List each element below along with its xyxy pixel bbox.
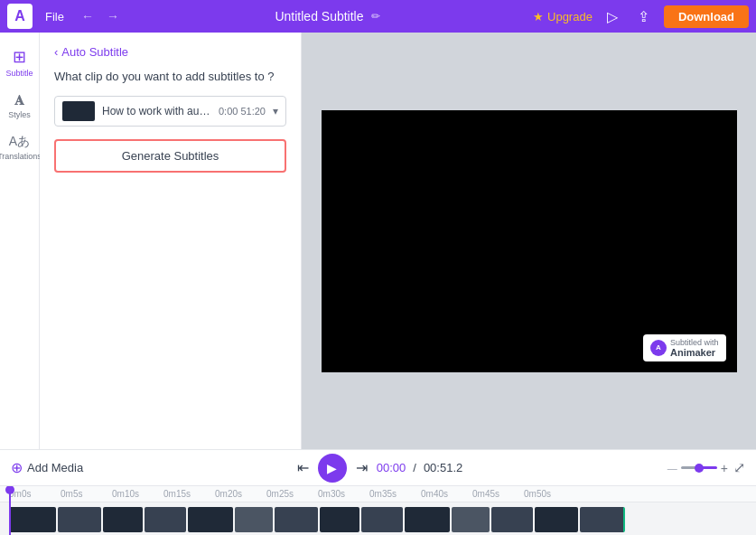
sidebar-item-subtitle[interactable]: ⊞ Subtitle — [2, 42, 38, 83]
watermark-brand-text: Animaker — [670, 347, 719, 358]
undo-redo-group: ← → — [77, 7, 124, 25]
back-chevron-icon: ‹ — [54, 45, 58, 59]
sidebar-item-styles[interactable]: 𝐀 Styles — [2, 87, 38, 125]
timeline-clip-13 — [535, 507, 578, 532]
project-title: Untitled Subtitle — [275, 9, 363, 23]
clip-thumbnail — [62, 101, 95, 121]
star-icon: ★ — [533, 10, 544, 23]
subtitle-icon: ⊞ — [13, 47, 26, 67]
timeline-clip-12 — [491, 507, 533, 532]
timeline-clip-3 — [103, 507, 143, 532]
timeline-clip-2 — [58, 507, 101, 532]
generate-subtitles-button[interactable]: Generate Subtitles — [54, 139, 286, 173]
watermark: A Subtitled with Animaker — [643, 334, 726, 361]
playback-controls: ⇤ ▶ ⇥ 00:00 / 00:51.2 — [98, 454, 660, 483]
video-preview: A Subtitled with Animaker — [322, 110, 737, 372]
zoom-in-button[interactable]: + — [721, 461, 728, 475]
timeline-clip-7 — [275, 507, 318, 532]
clip-chevron-icon: ▾ — [273, 105, 278, 117]
timeline-clip-11 — [452, 507, 490, 532]
file-menu[interactable]: File — [40, 10, 70, 23]
share-button[interactable]: ⇪ — [632, 6, 655, 27]
current-time: 00:00 — [377, 461, 406, 474]
clip-duration: 0:00 51:20 — [219, 106, 266, 117]
sidebar-icons: ⊞ Subtitle 𝐀 Styles Aあ Translations — [0, 33, 40, 449]
marker-0m45s: 0m45s — [472, 489, 499, 499]
marker-0m25s: 0m25s — [266, 489, 294, 499]
timeline-area: 0m0s 0m5s 0m10s 0m15s 0m20s 0m25s 0m30s … — [0, 486, 756, 535]
download-button[interactable]: Download — [664, 5, 749, 28]
panel-question: What clip do you want to add subtitles t… — [54, 70, 286, 83]
marker-0m35s: 0m35s — [369, 489, 397, 499]
timeline-clip-8 — [320, 507, 359, 532]
bottom-controls: ⊕ Add Media ⇤ ▶ ⇥ 00:00 / 00:51.2 — + ⤢ … — [0, 449, 756, 535]
translations-icon: Aあ — [9, 134, 30, 150]
back-to-auto-subtitle[interactable]: ‹ Auto Subtitle — [54, 45, 286, 59]
zoom-controls: — + — [667, 461, 728, 475]
timeline-clip-14 — [580, 507, 625, 532]
marker-0m30s: 0m30s — [318, 489, 345, 499]
timeline-clip-10 — [405, 507, 450, 532]
marker-0m10s: 0m10s — [112, 489, 139, 499]
watermark-logo: A — [650, 340, 667, 356]
timeline-clip-4 — [145, 507, 186, 532]
app-logo: A — [7, 4, 33, 29]
timeline-needle[interactable] — [9, 486, 11, 535]
timeline-clip-9 — [361, 507, 403, 532]
sidebar-item-translations[interactable]: Aあ Translations — [2, 128, 38, 166]
zoom-out-dash: — — [667, 463, 677, 474]
styles-icon: 𝐀 — [14, 92, 24, 108]
undo-button[interactable]: ← — [77, 7, 98, 25]
edit-title-icon[interactable]: ✏ — [369, 10, 382, 23]
left-panel: ‹ Auto Subtitle What clip do you want to… — [40, 33, 302, 449]
upgrade-button[interactable]: ★ Upgrade — [533, 10, 593, 23]
redo-button[interactable]: → — [102, 7, 124, 25]
marker-0m40s: 0m40s — [421, 489, 448, 499]
playback-bar: ⊕ Add Media ⇤ ▶ ⇥ 00:00 / 00:51.2 — + ⤢ — [0, 450, 756, 486]
marker-0m50s: 0m50s — [524, 489, 551, 499]
marker-0m5s: 0m5s — [61, 489, 82, 499]
timeline-clip-6 — [235, 507, 273, 532]
project-title-area: Untitled Subtitle ✏ — [131, 9, 526, 23]
topbar: A File ← → Untitled Subtitle ✏ ★ Upgrade… — [0, 0, 756, 33]
video-area: A Subtitled with Animaker — [302, 33, 756, 449]
expand-timeline-button[interactable]: ⤢ — [733, 459, 745, 476]
skip-to-start-button[interactable]: ⇤ — [295, 457, 311, 478]
play-preview-button[interactable]: ▷ — [602, 6, 623, 27]
marker-0m20s: 0m20s — [215, 489, 242, 499]
right-controls: — + ⤢ — [667, 459, 745, 476]
zoom-slider[interactable] — [681, 466, 717, 469]
topbar-right-actions: ★ Upgrade ▷ ⇪ Download — [533, 5, 749, 28]
clip-selector[interactable]: How to work with audio i... 0:00 51:20 ▾ — [54, 96, 286, 127]
clip-name: How to work with audio i... — [102, 105, 211, 117]
skip-to-end-button[interactable]: ⇥ — [354, 457, 369, 478]
play-pause-button[interactable]: ▶ — [318, 454, 347, 483]
timeline-ruler: 0m0s 0m5s 0m10s 0m15s 0m20s 0m25s 0m30s … — [0, 486, 756, 502]
timeline-track[interactable] — [0, 502, 756, 535]
main-area: ⊞ Subtitle 𝐀 Styles Aあ Translations ‹ Au… — [0, 33, 756, 449]
marker-0m15s: 0m15s — [163, 489, 191, 499]
add-media-button[interactable]: ⊕ Add Media — [11, 459, 83, 476]
timeline-clip-1 — [9, 507, 56, 532]
timeline-clip-5 — [188, 507, 233, 532]
total-time: 00:51.2 — [424, 461, 462, 474]
plus-icon: ⊕ — [11, 459, 23, 476]
watermark-subtitle-text: Subtitled with — [670, 338, 719, 347]
